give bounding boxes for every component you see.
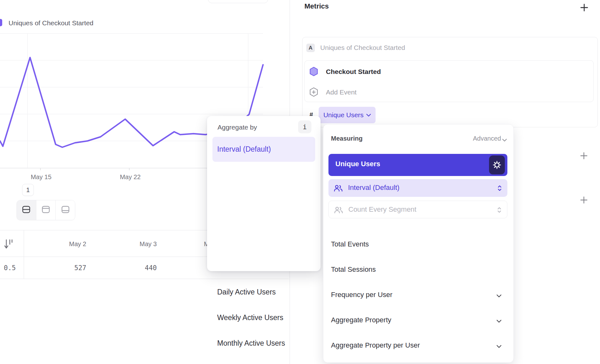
event-card: Checkout Started Add Event: [304, 60, 594, 102]
segment-option-label: Count Every Segment: [348, 205, 416, 214]
menu-item-interval[interactable]: Interval (Default): [217, 144, 271, 154]
measuring-option-unique-users[interactable]: Unique Users: [328, 154, 507, 176]
event-hexagon-icon: [309, 67, 318, 78]
add-metric-button[interactable]: [580, 3, 589, 13]
up-down-chevron-icon: [498, 185, 502, 192]
chevron-down-icon[interactable]: [497, 343, 501, 349]
aggregate-by-menu: Aggregate by i Interval (Default) Daily …: [207, 116, 321, 271]
up-down-chevron-icon: [497, 207, 501, 214]
table-cell: 440: [94, 263, 157, 273]
layout-bottom-button[interactable]: [56, 200, 75, 220]
metric-card: A Uniques of Checkout Started Checkout S…: [302, 37, 598, 127]
gear-icon[interactable]: [489, 155, 505, 174]
measuring-option-aggregate-property-per-user[interactable]: Aggregate Property per User: [331, 340, 420, 350]
measuring-panel: Measuring Advanced Unique Users Interval…: [323, 124, 514, 363]
layout-top-button[interactable]: [36, 200, 56, 220]
insights-report: Uniques of Checkout Started May 15 May 2…: [0, 0, 600, 364]
measuring-option-frequency-per-user[interactable]: Frequency per User: [331, 290, 392, 300]
add-breakdown-plus-button[interactable]: [580, 196, 588, 205]
users-icon: [334, 206, 343, 215]
metric-title[interactable]: Uniques of Checkout Started: [320, 44, 405, 52]
add-filter-plus-button[interactable]: [580, 152, 588, 161]
measuring-interval-selector[interactable]: Interval (Default): [328, 179, 507, 197]
users-icon: [334, 185, 343, 193]
aggregate-by-title: Aggregate by: [217, 124, 257, 131]
metric-letter-badge: A: [306, 44, 315, 52]
interval-option-label: Interval (Default): [348, 184, 400, 192]
menu-item-weekly-active-users[interactable]: Weekly Active Users: [217, 313, 283, 322]
counting-method-button[interactable]: Unique Users: [319, 107, 376, 123]
page-number-badge[interactable]: 1: [22, 184, 34, 196]
chevron-down-icon[interactable]: [497, 318, 501, 324]
plus-icon: [580, 152, 588, 160]
menu-item-daily-active-users[interactable]: Daily Active Users: [217, 287, 276, 297]
x-axis-label: May 22: [111, 173, 149, 181]
metrics-section-title: Metrics: [304, 2, 329, 10]
plus-icon: [580, 196, 588, 204]
menu-item-monthly-active-users[interactable]: Monthly Active Users: [217, 338, 285, 348]
table-cell: 527: [24, 263, 86, 273]
counting-method-label: Unique Users: [323, 111, 364, 119]
layout-split-icon: [22, 205, 31, 215]
sort-descending-icon[interactable]: [4, 239, 14, 251]
layout-top-icon: [41, 205, 50, 215]
event-name[interactable]: Checkout Started: [326, 68, 381, 76]
chevron-down-icon[interactable]: [502, 137, 507, 143]
add-event-button[interactable]: Add Event: [326, 88, 357, 96]
add-event-icon: [309, 87, 318, 98]
chevron-down-icon: [366, 114, 371, 117]
advanced-toggle[interactable]: Advanced: [323, 135, 501, 142]
chevron-down-icon[interactable]: [497, 293, 501, 299]
layout-split-button[interactable]: [17, 200, 36, 220]
measuring-option-total-events[interactable]: Total Events: [331, 239, 369, 249]
table-row-label: 0.5: [0, 263, 16, 273]
layout-bottom-icon: [61, 205, 70, 215]
layout-toggle-group: [16, 200, 75, 220]
x-axis-label: May 15: [22, 173, 60, 181]
plus-icon: [580, 3, 589, 12]
table-header[interactable]: May 2: [24, 239, 86, 249]
measuring-segment-selector[interactable]: Count Every Segment: [328, 201, 507, 218]
measuring-option-aggregate-property[interactable]: Aggregate Property: [331, 315, 391, 325]
selected-option-label: Unique Users: [335, 160, 380, 168]
info-icon[interactable]: i: [298, 120, 311, 133]
table-header[interactable]: May 3: [94, 239, 157, 249]
measuring-option-total-sessions[interactable]: Total Sessions: [331, 264, 376, 275]
table-border: [0, 279, 289, 279]
